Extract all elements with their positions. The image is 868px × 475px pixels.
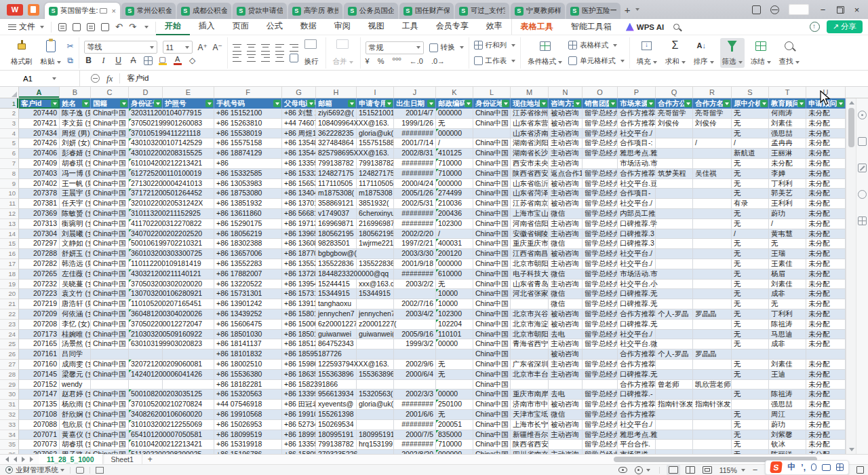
cell-C27[interactable]: China中国	[91, 360, 129, 370]
cell-A23[interactable]: 207208	[19, 320, 60, 330]
cell-U15[interactable]: 未分配	[806, 239, 846, 249]
cell-Q5[interactable]	[656, 138, 693, 149]
first-sheet-icon[interactable]	[5, 457, 9, 462]
cell-N23[interactable]: 被动咨询	[549, 320, 583, 330]
cell-A2[interactable]: 207440	[19, 109, 60, 119]
cell-E26[interactable]	[163, 349, 214, 360]
cell-N12[interactable]: 微信	[549, 209, 583, 219]
align-center-icon[interactable]	[247, 54, 256, 62]
filter-dropdown-icon[interactable]	[540, 100, 547, 107]
cell-B26[interactable]: 吕同学	[60, 349, 91, 360]
cell-U4[interactable]: 未分配	[806, 129, 846, 139]
cell-G14[interactable]: +86 1396522100	[282, 229, 316, 240]
panel-profile-icon[interactable]	[858, 111, 867, 119]
cell-D27[interactable]: 320721200209060081	[129, 360, 163, 370]
cell-B23[interactable]: 李忆 (女)	[60, 320, 91, 330]
cell-B19[interactable]: 吴晓蔓 (女	[60, 280, 91, 290]
cell-F17[interactable]: +86 13552283	[214, 259, 282, 269]
clear-format-button[interactable]: ◇	[188, 56, 197, 65]
cell-F8[interactable]: +86 15332585	[214, 169, 282, 179]
cell-O33[interactable]: 留学总经办	[583, 420, 618, 430]
close-button[interactable]: ×	[852, 5, 861, 14]
cell-G32[interactable]: +86 1991056868	[282, 410, 316, 420]
cell-M32[interactable]: 天津市宝坻	[511, 410, 549, 420]
cell-T20[interactable]: 成非	[769, 289, 806, 299]
cell-O8[interactable]: 留学总经办	[583, 169, 618, 179]
menu-tab-工具[interactable]: 工具	[393, 18, 427, 35]
cell-R31[interactable]: 指南针张发	[693, 400, 732, 410]
copy-icon[interactable]: ⧉	[67, 56, 74, 65]
cell-L31[interactable]: China中国	[473, 400, 511, 410]
cell-F10[interactable]: +86 18753080	[214, 189, 282, 199]
cell-L18[interactable]: China中国	[473, 269, 511, 280]
cell-U34[interactable]: 未分配	[806, 430, 846, 440]
row-number-6[interactable]: 6	[0, 149, 19, 159]
cell-M33[interactable]: 上海市长宁	[511, 420, 549, 430]
row-number-34[interactable]: 34	[0, 430, 19, 440]
cell-K14[interactable]: /	[436, 229, 473, 240]
cell-A15[interactable]: 207297	[19, 239, 60, 249]
cell-K4[interactable]: 000000	[436, 129, 473, 139]
cell-L3[interactable]: China中国	[473, 119, 511, 129]
cell-M35[interactable]: 陕西省西安	[511, 440, 549, 450]
cell-C34[interactable]: China中国	[91, 430, 129, 440]
sum-button[interactable]: Σ 求和	[663, 38, 688, 68]
cell-B27[interactable]: 成雨雯 (女	[60, 360, 91, 370]
paste-button[interactable]: 粘贴	[39, 38, 63, 68]
cell-Q18[interactable]	[656, 269, 693, 280]
cell-R11[interactable]	[693, 199, 732, 209]
cell-J28[interactable]: 2000/6/4	[394, 370, 436, 380]
row-number-3[interactable]: 3	[0, 119, 19, 129]
cell-B17[interactable]: 韩浩远 (男	[60, 259, 91, 269]
cell-N22[interactable]: 被动咨询	[549, 309, 583, 320]
cell-F31[interactable]: +44 07546918	[214, 400, 282, 410]
cell-D15[interactable]: 500106199702210321	[129, 239, 163, 249]
cell-J19[interactable]: 2003/2/2	[394, 280, 436, 290]
cell-D9[interactable]: 271302200004241013	[129, 179, 163, 189]
cell-A28[interactable]: 207145	[19, 370, 60, 380]
cell-E29[interactable]	[163, 380, 214, 390]
cell-N34[interactable]: 主动咨询	[549, 430, 583, 440]
filter-dropdown-icon[interactable]	[385, 100, 393, 107]
header-cell-A1[interactable]: 客户id	[19, 98, 60, 109]
cell-S6[interactable]: 新航道	[732, 149, 769, 159]
cell-T21[interactable]: 无	[769, 299, 806, 309]
cell-L23[interactable]: China中国	[473, 320, 511, 330]
scroll-down-icon[interactable]	[849, 448, 854, 451]
cell-P4[interactable]: 社交平台./	[618, 129, 656, 139]
cell-M27[interactable]: 广东省深圳	[511, 360, 549, 370]
cell-L19[interactable]: China中国	[473, 280, 511, 290]
last-sheet-icon[interactable]	[30, 457, 33, 462]
cell-S26[interactable]	[732, 349, 769, 360]
document-tab[interactable]: S成都公积金.xlsx	[177, 3, 231, 19]
panel-cut-icon[interactable]	[858, 164, 867, 172]
wps-logo-icon[interactable]: W	[7, 4, 23, 16]
cell-R5[interactable]: /	[693, 138, 732, 149]
cell-S22[interactable]: 无	[732, 309, 769, 320]
filter-dropdown-icon[interactable]	[760, 100, 768, 107]
cell-P19[interactable]: 社交平台.小	[618, 280, 656, 290]
cell-A30[interactable]: 207147	[19, 390, 60, 400]
menu-tab-效率[interactable]: 效率	[477, 18, 511, 35]
cell-N9[interactable]: 被动咨询	[549, 179, 583, 189]
cell-C35[interactable]: China中国	[91, 440, 129, 450]
cell-G33[interactable]: +86 52734062	[282, 420, 316, 430]
cell-K21[interactable]: 10000	[436, 299, 473, 309]
cell-A8[interactable]: 207403	[19, 169, 60, 179]
cell-O20[interactable]: 留学总经办	[583, 289, 618, 299]
cell-U11[interactable]: 未分配	[806, 199, 846, 209]
cell-R17[interactable]	[693, 259, 732, 269]
cell-A11[interactable]: 207381	[19, 199, 60, 209]
table-style-button[interactable]: 表格样式	[568, 39, 625, 52]
cell-D35[interactable]: 610104200212213421	[129, 440, 163, 450]
column-letter-L[interactable]: L	[473, 87, 511, 98]
cell-A9[interactable]: 207402	[19, 179, 60, 189]
cell-B12[interactable]: 陈敏赟 (女	[60, 209, 91, 219]
cell-A17[interactable]: 207282	[19, 259, 60, 269]
cell-K31[interactable]: 250100	[436, 400, 473, 410]
cell-L26[interactable]: China中国	[473, 349, 511, 360]
cell-A31[interactable]: 207135	[19, 400, 60, 410]
cell-H25[interactable]: 864752343	[316, 339, 357, 349]
cell-I29[interactable]	[357, 380, 394, 390]
cell-R15[interactable]	[693, 239, 732, 249]
